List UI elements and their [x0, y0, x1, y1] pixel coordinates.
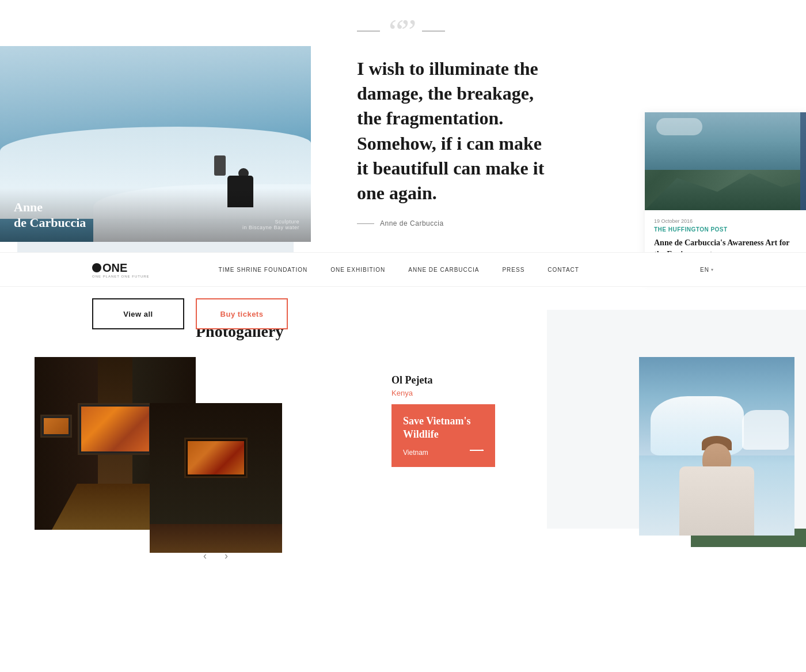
location-country: Kenya — [391, 389, 616, 397]
tripod-object — [214, 155, 226, 176]
top-section: Annede Carbuccia Sculpture in Biscayne B… — [0, 0, 806, 245]
bottom-section: Photogallery — [0, 357, 806, 599]
location-card-country-row: Vietnam — [403, 449, 484, 457]
mountain-shape — [645, 164, 806, 210]
logo-text: ONE — [92, 261, 150, 275]
quote-line-left — [357, 31, 380, 32]
nav-logo-tagline: ONE PLANET ONE FUTURE — [92, 275, 150, 278]
portrait-wrap — [639, 357, 806, 536]
nav-language-selector[interactable]: EN ▾ — [700, 267, 714, 273]
logo-one-text: ONE — [102, 261, 127, 275]
nav-item-anne-de-carbuccia[interactable]: ANNE DE CARBUCCIA — [408, 267, 479, 273]
hero-overlay: Annede Carbuccia — [0, 188, 311, 242]
location-name: Ol Pejeta — [391, 374, 616, 386]
nav-item-press[interactable]: PRESS — [502, 267, 524, 273]
quote-text: I wish to illuminate the damage, the bre… — [357, 56, 553, 206]
location-card-title: Save Vietnam's Wildlife — [403, 415, 484, 442]
portrait-image — [639, 357, 794, 536]
hero-subtitle-wrap: Sculpture in Biscayne Bay water — [242, 219, 299, 230]
gallery-second-inner — [150, 403, 282, 553]
quote-author-line — [357, 223, 374, 224]
quote-line-right — [422, 31, 445, 32]
photogallery-wrap: Photogallery — [35, 357, 368, 599]
nav-items: TIME SHRINE FOUNDATION ONE EXHIBITION AN… — [219, 267, 701, 273]
location-card[interactable]: Save Vietnam's Wildlife Vietnam — [391, 404, 495, 467]
portrait-person — [671, 438, 763, 536]
gallery2-frame — [184, 438, 248, 478]
quote-marks-wrap: “” — [357, 17, 771, 45]
news-card-partial — [800, 112, 806, 210]
location-card-country-label: Vietnam — [403, 449, 428, 457]
gallery-second-image — [150, 403, 282, 553]
gallery2-top — [150, 403, 282, 524]
artwork-frame-left — [40, 415, 72, 438]
nav-lang-chevron-icon: ▾ — [711, 267, 714, 272]
view-all-button[interactable]: View all — [92, 298, 184, 329]
hero-subtitle-line2: in Biscayne Bay water — [242, 225, 299, 230]
nav-item-contact[interactable]: CONTACT — [548, 267, 579, 273]
person-body-portrait — [679, 466, 754, 536]
news-card-date: 19 October 2016 — [645, 210, 806, 226]
quote-mark-icon: “” — [389, 17, 413, 45]
nav-item-one-exhibition[interactable]: ONE EXHIBITION — [330, 267, 385, 273]
gallery2-floor — [150, 524, 282, 553]
news-card-source: THE HUFFINGTON POST — [645, 226, 806, 237]
location-item-ol-pejeta: Ol Pejeta Kenya — [391, 374, 616, 397]
artwork-frame-main — [78, 403, 153, 455]
logo-circle-icon — [92, 263, 101, 272]
hero-image-wrap: Annede Carbuccia Sculpture in Biscayne B… — [0, 46, 311, 245]
hero-image: Annede Carbuccia Sculpture in Biscayne B… — [0, 46, 311, 242]
locations-wrap: Ol Pejeta Kenya Save Vietnam's Wildlife … — [368, 374, 639, 467]
navbar: ONE ONE PLANET ONE FUTURE TIME SHRINE FO… — [0, 252, 806, 287]
nav-lang-label: EN — [700, 267, 709, 273]
buy-tickets-button[interactable]: Buy tickets — [196, 298, 288, 329]
nav-item-time-shrine[interactable]: TIME SHRINE FOUNDATION — [219, 267, 308, 273]
buttons-section: View all Buy tickets — [92, 298, 288, 329]
location-arrow-icon — [470, 450, 484, 455]
hero-subtitle-line1: Sculpture — [242, 219, 299, 225]
quote-author: Anne de Carbuccia — [380, 219, 444, 227]
nav-logo[interactable]: ONE ONE PLANET ONE FUTURE — [92, 261, 150, 278]
news-card-image — [645, 112, 806, 210]
cloud-shape — [656, 118, 702, 135]
